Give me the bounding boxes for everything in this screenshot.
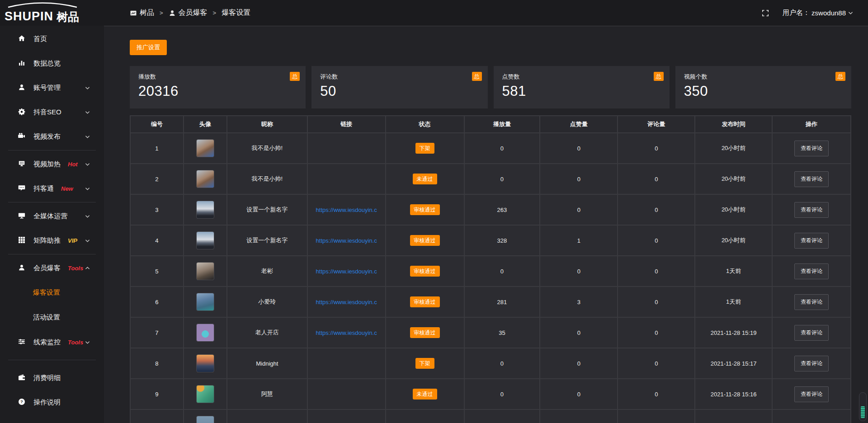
cell-avatar bbox=[184, 317, 227, 348]
video-link[interactable]: https://www.iesdouyin.c bbox=[316, 237, 377, 244]
cell-status: 审核通过 bbox=[386, 256, 464, 287]
sidebar-item-account-manage[interactable]: 账号管理 bbox=[0, 75, 104, 100]
sidebar-item-video-heat[interactable]: 视频加热Hot bbox=[0, 152, 104, 176]
avatar bbox=[196, 201, 214, 219]
view-comments-button[interactable]: 查看评论 bbox=[794, 263, 829, 279]
cell-avatar bbox=[184, 409, 227, 423]
sidebar-item-consumption-detail[interactable]: 消费明细 bbox=[0, 366, 104, 390]
view-comments-button[interactable]: 查看评论 bbox=[794, 233, 829, 249]
view-comments-button[interactable]: 查看评论 bbox=[794, 141, 829, 156]
video-link[interactable]: https://www.iesdouyin.c bbox=[316, 207, 377, 213]
cell-likes: 0 bbox=[540, 133, 618, 164]
sidebar-item-home[interactable]: 首页 bbox=[0, 27, 104, 51]
sidebar: 首页数据总览账号管理抖音SEO视频发布视频加热Hot抖客通New全媒体运营矩阵助… bbox=[0, 26, 104, 423]
cell-number: 7 bbox=[130, 317, 184, 348]
cell-time: 1天前 bbox=[695, 256, 772, 287]
video-link[interactable]: https://www.iesdouyin.c bbox=[316, 268, 377, 275]
cell-nickname: 老人开店 bbox=[227, 317, 307, 348]
heat-icon bbox=[18, 160, 26, 168]
sliders-icon bbox=[18, 338, 26, 346]
video-link[interactable]: https://www.iesdouyin.c bbox=[316, 299, 377, 306]
chart-icon bbox=[18, 59, 26, 67]
table-header-row: 编号头像昵称链接状态播放量点赞量评论量发布时间操作 bbox=[130, 116, 851, 133]
sidebar-item-badge: Tools bbox=[68, 339, 83, 346]
user-menu[interactable]: 用户名：zswodun88 bbox=[783, 9, 854, 17]
sidebar-item-clue-monitor[interactable]: 线索监控Tools bbox=[0, 330, 104, 354]
sidebar-subitem-baoke-settings[interactable]: 爆客设置 bbox=[0, 280, 104, 305]
sidebar-item-label: 线索监控 bbox=[33, 338, 61, 347]
chevron-down-icon bbox=[848, 10, 854, 16]
breadcrumb-label: 爆客设置 bbox=[222, 8, 250, 18]
sidebar-divider bbox=[8, 254, 96, 254]
sidebar-item-member-baoke[interactable]: 会员爆客Tools bbox=[0, 256, 104, 280]
breadcrumb-separator: > bbox=[213, 9, 217, 16]
stat-card-label: 评论数 bbox=[320, 73, 479, 81]
sidebar-item-douyin-seo[interactable]: 抖音SEO bbox=[0, 100, 104, 124]
table-row: 5老彬https://www.iesdouyin.c审核通过0001天前查看评论 bbox=[130, 256, 851, 287]
sidebar-item-data-overview[interactable]: 数据总览 bbox=[0, 51, 104, 75]
cell-nickname: 阿慧 bbox=[227, 379, 307, 409]
topbar-right: 用户名：zswodun88 bbox=[762, 9, 868, 17]
avatar bbox=[196, 231, 214, 249]
cell-number: 8 bbox=[130, 348, 184, 379]
cell-number bbox=[130, 409, 184, 423]
cell-plays: 263 bbox=[464, 194, 540, 225]
fullscreen-icon[interactable] bbox=[762, 9, 769, 17]
status-badge: 审核通过 bbox=[410, 266, 440, 277]
cell-link bbox=[307, 348, 386, 379]
sidebar-divider bbox=[8, 360, 96, 360]
view-comments-button[interactable]: 查看评论 bbox=[794, 386, 829, 402]
cell-status: 未通过 bbox=[386, 164, 464, 194]
video-link[interactable]: https://www.iesdouyin.c bbox=[316, 329, 377, 336]
logo-arc bbox=[6, 2, 79, 8]
sidebar-item-label: 全媒体运营 bbox=[33, 212, 67, 221]
stat-card: 视频个数350总 bbox=[675, 66, 851, 108]
logo-text-cn: 树品 bbox=[57, 11, 79, 23]
cell-link: https://www.iesdouyin.c bbox=[307, 287, 386, 317]
status-badge: 下架 bbox=[415, 358, 434, 369]
cell-likes bbox=[540, 409, 618, 423]
view-comments-button[interactable]: 查看评论 bbox=[794, 356, 829, 371]
username-value: zswodun88 bbox=[811, 9, 846, 17]
breadcrumb: 树品>会员爆客>爆客设置 bbox=[104, 8, 250, 18]
stat-card-label: 视频个数 bbox=[684, 73, 843, 81]
cell-link: https://www.iesdouyin.c bbox=[307, 225, 386, 256]
logo-text-en: SHUPIN bbox=[5, 10, 53, 23]
cell-link: https://www.iesdouyin.c bbox=[307, 317, 386, 348]
cell-action: 查看评论 bbox=[772, 133, 851, 164]
cell-status: 下架 bbox=[386, 348, 464, 379]
cell-avatar bbox=[184, 133, 227, 164]
view-comments-button[interactable]: 查看评论 bbox=[794, 325, 829, 341]
view-comments-button[interactable]: 查看评论 bbox=[794, 171, 829, 187]
cell-comments: 0 bbox=[618, 225, 695, 256]
cell-link bbox=[307, 379, 386, 409]
view-comments-button[interactable]: 查看评论 bbox=[794, 202, 829, 218]
cell-nickname: 我不是小帅! bbox=[227, 164, 307, 194]
sidebar-item-douketong[interactable]: 抖客通New bbox=[0, 176, 104, 201]
floating-extension-widget[interactable] bbox=[859, 392, 867, 421]
chevron-down-icon bbox=[85, 238, 90, 244]
breadcrumb-item[interactable]: 树品 bbox=[130, 8, 154, 18]
status-badge: 审核通过 bbox=[410, 204, 440, 215]
sidebar-item-media-operation[interactable]: 全媒体运营 bbox=[0, 204, 104, 228]
video-icon bbox=[18, 132, 26, 141]
breadcrumb-item[interactable]: 会员爆客 bbox=[169, 8, 208, 18]
cell-status: 审核通过 bbox=[386, 287, 464, 317]
view-comments-button[interactable]: 查看评论 bbox=[794, 294, 829, 310]
sidebar-item-label: 抖音SEO bbox=[33, 108, 61, 117]
avatar bbox=[196, 416, 214, 423]
sidebar-item-operation-guide[interactable]: ?操作说明 bbox=[0, 390, 104, 414]
breadcrumb-separator: > bbox=[160, 9, 163, 16]
table-row: 1我不是小帅!下架00020小时前查看评论 bbox=[130, 133, 851, 164]
sidebar-item-matrix-boost[interactable]: 矩阵助推VIP bbox=[0, 228, 104, 253]
cell-likes: 0 bbox=[540, 317, 618, 348]
cell-plays: 35 bbox=[464, 317, 540, 348]
breadcrumb-label: 会员爆客 bbox=[179, 8, 208, 18]
cell-time: 20小时前 bbox=[695, 194, 772, 225]
sidebar-subitem-activity-settings[interactable]: 活动设置 bbox=[0, 305, 104, 330]
cell-plays: 328 bbox=[464, 225, 540, 256]
chevron-up-icon bbox=[85, 265, 90, 271]
promo-settings-button[interactable]: 推广设置 bbox=[130, 40, 167, 55]
sidebar-item-video-publish[interactable]: 视频发布 bbox=[0, 124, 104, 149]
wallet-icon bbox=[18, 374, 26, 382]
